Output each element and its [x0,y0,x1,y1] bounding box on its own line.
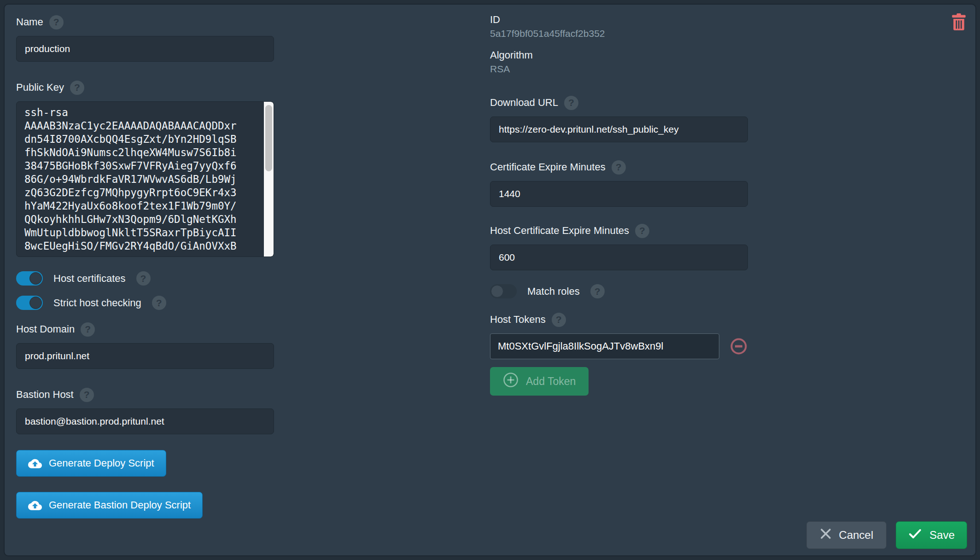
add-token-label: Add Token [526,375,576,388]
bastion-host-field[interactable] [16,408,274,434]
help-icon[interactable]: ? [635,224,649,238]
public-key-textarea[interactable]: ssh-rsa AAAAB3NzaC1yc2EAAAADAQABAAACAQDD… [16,101,274,257]
certificate-expire-field[interactable] [490,181,748,207]
host-token-row [490,333,748,359]
name-field[interactable] [16,36,274,62]
algorithm-label: Algorithm [490,48,748,62]
help-icon[interactable]: ? [552,313,566,327]
help-icon[interactable]: ? [152,296,166,310]
save-button[interactable]: Save [896,521,967,549]
footer-actions: Cancel Save [806,521,967,549]
host-domain-field[interactable] [16,343,274,369]
id-label: ID [490,13,748,27]
match-roles-toggle[interactable] [490,284,517,298]
help-icon[interactable]: ? [590,284,605,298]
cloud-upload-icon [28,458,42,469]
host-token-field[interactable] [490,333,719,359]
host-certificates-row: Host certificates ? [16,271,274,286]
right-column: ID 5a17f9bf051a45ffacf2b352 Algorithm RS… [490,9,748,396]
download-url-label: Download URL ? [490,95,748,110]
save-label: Save [929,529,955,542]
public-key-text: ssh-rsa AAAAB3NzaC1yc2EAAAADAQABAAACAQDD… [17,102,274,253]
scrollbar-track[interactable] [264,102,274,257]
help-icon[interactable]: ? [136,271,151,286]
generate-deploy-script-button[interactable]: Generate Deploy Script [16,450,166,477]
help-icon[interactable]: ? [81,322,95,337]
help-icon[interactable]: ? [80,388,94,402]
match-roles-label: Match roles [527,286,580,298]
help-icon[interactable]: ? [49,15,64,29]
x-icon [820,528,832,542]
host-domain-label: Host Domain ? [16,322,274,337]
download-url-field[interactable] [490,117,748,142]
help-icon[interactable]: ? [564,96,578,110]
cloud-upload-icon [28,500,42,511]
generate-bastion-deploy-script-button[interactable]: Generate Bastion Deploy Script [16,492,203,519]
authority-panel: Name ? Public Key ? ssh-rsa AAAAB3NzaC1y… [4,4,976,556]
delete-authority-button[interactable] [951,13,966,30]
check-icon [908,528,922,542]
trash-icon [951,25,966,32]
add-token-button[interactable]: Add Token [490,367,589,396]
left-column: Name ? Public Key ? ssh-rsa AAAAB3NzaC1y… [16,9,274,534]
generate-bastion-deploy-script-label: Generate Bastion Deploy Script [49,499,191,511]
id-value: 5a17f9bf051a45ffacf2b352 [490,27,748,41]
authority-settings-page: Name ? Public Key ? ssh-rsa AAAAB3NzaC1y… [0,0,980,560]
host-certificates-toggle[interactable] [16,271,43,286]
cancel-button[interactable]: Cancel [806,521,887,549]
certificate-expire-label: Certificate Expire Minutes ? [490,160,748,175]
minus-circle-icon [729,350,748,357]
host-certificate-expire-label: Host Certificate Expire Minutes ? [490,223,748,238]
strict-host-checking-label: Strict host checking [53,297,141,309]
bastion-host-label: Bastion Host ? [16,387,274,402]
algorithm-value: RSA [490,62,748,76]
match-roles-row: Match roles ? [490,284,748,298]
strict-host-checking-row: Strict host checking ? [16,296,274,310]
help-icon[interactable]: ? [612,160,626,175]
plus-circle-icon [503,372,519,391]
host-certificate-expire-field[interactable] [490,245,748,270]
toggle-knob [29,272,42,285]
host-tokens-label: Host Tokens ? [490,312,748,327]
public-key-label: Public Key ? [16,80,274,95]
generate-deploy-script-label: Generate Deploy Script [49,457,154,469]
toggle-knob [29,297,42,309]
remove-token-button[interactable] [729,337,748,356]
host-certificates-label: Host certificates [53,273,126,285]
toggle-knob [491,285,503,298]
name-label: Name ? [16,15,274,29]
cancel-label: Cancel [839,529,874,542]
scrollbar-thumb[interactable] [265,105,272,171]
strict-host-checking-toggle[interactable] [16,296,43,310]
help-icon[interactable]: ? [70,81,84,95]
